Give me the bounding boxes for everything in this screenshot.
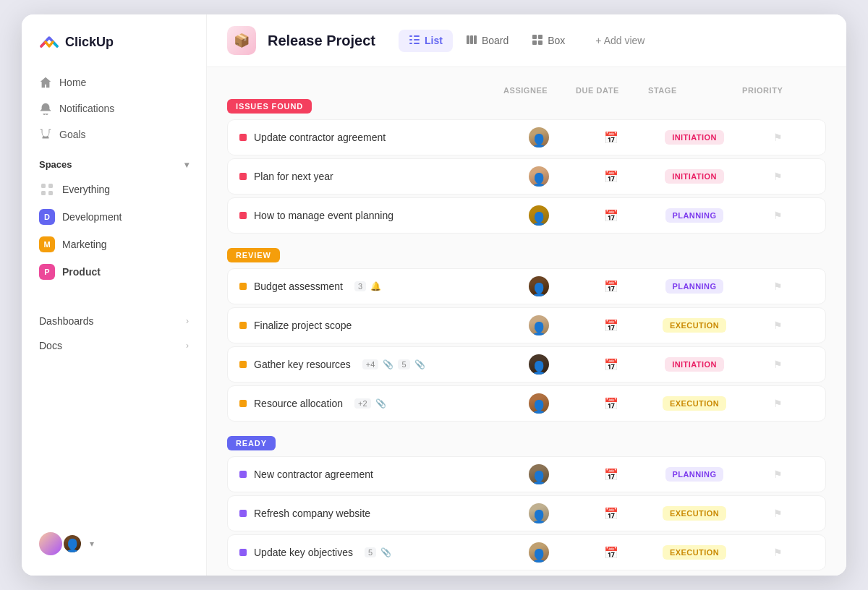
- task-name: Resource allocation: [254, 398, 343, 409]
- board-icon: [466, 34, 477, 48]
- calendar-icon: 📅: [604, 319, 618, 333]
- task-dot: [239, 173, 247, 180]
- sidebar-development-label: Development: [62, 211, 122, 223]
- tab-board-label: Board: [482, 35, 509, 46]
- sidebar-marketing-label: Marketing: [62, 239, 106, 250]
- task-row[interactable]: Update key objectives 5 📎 👤 📅 EXECUTION …: [227, 534, 826, 570]
- task-row[interactable]: Plan for next year 👤 📅 INITIATION ⚑: [227, 158, 826, 194]
- task-name: How to manage event planning: [254, 210, 393, 221]
- tab-box-label: Box: [548, 35, 565, 46]
- app-container: ClickUp Home Notifications Goals Spaces …: [22, 14, 846, 576]
- assignee-avatar: 👤: [529, 127, 549, 148]
- task-dot: [239, 361, 247, 368]
- sidebar-item-marketing[interactable]: M Marketing: [22, 231, 206, 258]
- calendar-icon: 📅: [604, 170, 618, 184]
- sidebar-item-docs[interactable]: Docs ›: [22, 333, 206, 358]
- header-stage: STAGE: [648, 86, 742, 95]
- sidebar-item-product[interactable]: P Product: [22, 258, 206, 286]
- task-name: Plan for next year: [254, 171, 333, 182]
- task-row[interactable]: Refresh company website 👤 📅 EXECUTION ⚑: [227, 495, 826, 531]
- calendar-icon: 📅: [604, 397, 618, 411]
- calendar-icon: 📅: [604, 546, 618, 560]
- flag-icon: ⚑: [773, 281, 783, 292]
- svg-rect-6: [409, 43, 412, 44]
- task-row[interactable]: New contractor agreement 👤 📅 PLANNING ⚑: [227, 456, 826, 492]
- task-row[interactable]: Budget assessment 3 🔔 👤 📅 PLANNING ⚑: [227, 268, 826, 304]
- spaces-chevron: ▾: [184, 160, 189, 170]
- task-row[interactable]: Finalize project scope 👤 📅 EXECUTION ⚑: [227, 307, 826, 343]
- svg-rect-14: [538, 35, 542, 39]
- task-name: Update contractor agreement: [254, 132, 386, 143]
- sidebar-item-dashboards[interactable]: Dashboards ›: [22, 309, 206, 333]
- sidebar-item-notifications[interactable]: Notifications: [22, 95, 206, 121]
- logo: ClickUp: [22, 32, 206, 52]
- sidebar-item-home[interactable]: Home: [22, 69, 206, 95]
- dashboards-label: Dashboards: [39, 315, 94, 327]
- stage-badge: INITIATION: [665, 357, 724, 372]
- sidebar-item-development[interactable]: D Development: [22, 203, 206, 231]
- list-icon: [409, 34, 420, 48]
- sidebar: ClickUp Home Notifications Goals Spaces …: [22, 14, 207, 576]
- stage-badge: EXECUTION: [663, 545, 726, 560]
- task-row[interactable]: Gather key resources +4 📎 5 📎 👤 📅 INITIA…: [227, 346, 826, 382]
- svg-rect-10: [467, 35, 469, 44]
- content-area: ASSIGNEE DUE DATE STAGE PRIORITY ISSUES …: [207, 67, 846, 576]
- table-header: ASSIGNEE DUE DATE STAGE PRIORITY: [227, 82, 826, 99]
- flag-icon: ⚑: [773, 469, 783, 480]
- assignee-avatar: 👤: [529, 542, 549, 563]
- task-dot: [239, 471, 247, 478]
- sidebar-item-everything[interactable]: Everything: [22, 176, 206, 203]
- svg-rect-13: [532, 35, 537, 39]
- svg-rect-5: [409, 39, 412, 40]
- task-name: New contractor agreement: [254, 469, 373, 480]
- sidebar-home-label: Home: [59, 77, 86, 88]
- task-extras: 5 📎: [365, 547, 391, 557]
- task-row[interactable]: Update contractor agreement 👤 📅 INITIATI…: [227, 119, 826, 155]
- stage-badge: EXECUTION: [663, 396, 726, 411]
- dashboards-chevron: ›: [186, 316, 189, 326]
- stage-badge: PLANNING: [665, 279, 724, 294]
- task-name: Update key objectives: [254, 547, 353, 558]
- marketing-badge: M: [39, 236, 55, 252]
- assignee-avatar: 👤: [529, 315, 549, 335]
- flag-icon: ⚑: [773, 132, 783, 143]
- assignee-avatar: 👤: [529, 166, 549, 187]
- docs-label: Docs: [39, 340, 62, 351]
- app-name: ClickUp: [65, 35, 114, 50]
- flag-icon: ⚑: [773, 320, 783, 331]
- calendar-icon: 📅: [604, 468, 618, 482]
- stage-badge: INITIATION: [665, 169, 724, 184]
- svg-rect-3: [48, 191, 53, 195]
- home-icon: [39, 76, 52, 89]
- add-view-button[interactable]: + Add view: [587, 30, 653, 51]
- tab-box[interactable]: Box: [522, 30, 575, 52]
- sidebar-product-label: Product: [62, 266, 101, 278]
- sidebar-everything-label: Everything: [62, 184, 110, 195]
- assignee-avatar: 👤: [529, 503, 549, 523]
- svg-rect-11: [470, 35, 473, 44]
- stage-badge: PLANNING: [665, 208, 724, 223]
- stage-badge: PLANNING: [665, 467, 724, 482]
- topbar: 📦 Release Project List Board: [207, 14, 846, 67]
- stage-badge: INITIATION: [665, 130, 724, 145]
- stage-badge: EXECUTION: [663, 318, 726, 333]
- svg-rect-9: [414, 43, 420, 44]
- task-row[interactable]: Resource allocation +2 📎 👤 📅 EXECUTION ⚑: [227, 385, 826, 422]
- assignee-avatar: 👤: [529, 464, 549, 484]
- user-menu-chevron[interactable]: ▾: [90, 539, 94, 549]
- sidebar-item-goals[interactable]: Goals: [22, 121, 206, 148]
- calendar-icon: 📅: [604, 131, 618, 145]
- tab-list[interactable]: List: [399, 30, 453, 52]
- tab-board[interactable]: Board: [456, 30, 519, 52]
- task-dot: [239, 283, 247, 290]
- sidebar-bottom: 👤 ▾: [22, 523, 206, 564]
- assignee-avatar: 👤: [529, 276, 549, 296]
- box-icon: [532, 34, 543, 48]
- spaces-header[interactable]: Spaces ▾: [22, 148, 206, 176]
- task-row[interactable]: How to manage event planning 👤 📅 PLANNIN…: [227, 197, 826, 234]
- assignee-avatar: 👤: [529, 205, 549, 226]
- section-review: REVIEW Budget assessment 3 🔔 👤 📅 PLANNIN…: [227, 248, 826, 422]
- sidebar-notifications-label: Notifications: [59, 103, 114, 114]
- task-name: Budget assessment: [254, 281, 343, 292]
- bell-icon: [39, 102, 52, 115]
